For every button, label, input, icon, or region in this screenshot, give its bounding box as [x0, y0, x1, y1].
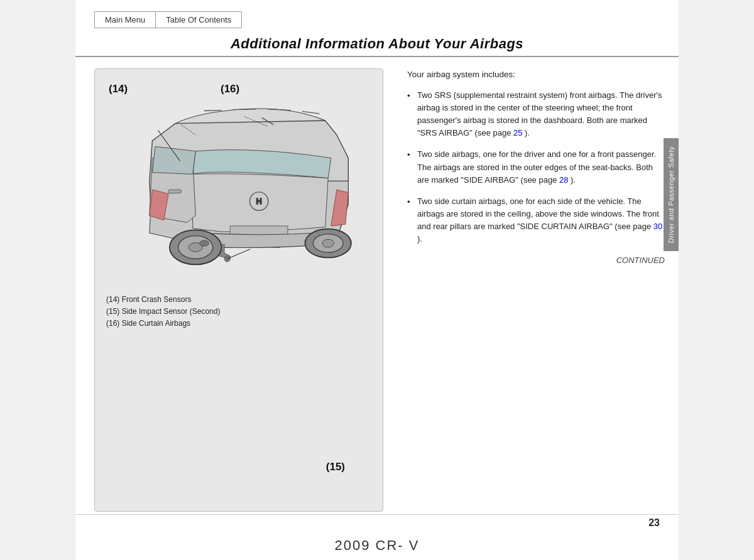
- link-page-25[interactable]: 25: [513, 128, 522, 137]
- bullet-dot-2: •: [407, 149, 415, 162]
- toc-button[interactable]: Table Of Contents: [155, 11, 242, 28]
- page-number-row: 23: [75, 514, 679, 532]
- caption-15: (15) Side Impact Sensor (Second): [106, 306, 371, 318]
- svg-line-1: [233, 109, 256, 110]
- svg-line-0: [204, 110, 222, 111]
- diagram-box: (14) (16): [94, 68, 383, 512]
- airbag-intro: Your airbag system includes:: [407, 68, 666, 82]
- svg-point-7: [224, 256, 230, 262]
- car-diagram: H: [106, 80, 371, 288]
- page-container: Main Menu Table Of Contents Additional I…: [75, 0, 679, 560]
- page-number: 23: [648, 517, 660, 528]
- bullet-text-2: Two side airbags, one for the driver and…: [417, 148, 666, 186]
- label-15: (15): [326, 461, 345, 473]
- svg-rect-14: [168, 190, 181, 193]
- svg-line-20: [227, 249, 251, 259]
- side-tab-text: Driver and Passenger Safety: [667, 146, 675, 243]
- page-title-row: Additional Information About Your Airbag…: [75, 33, 679, 57]
- svg-text:H: H: [256, 197, 261, 206]
- caption-16: (16) Side Curtain Airbags: [106, 318, 371, 330]
- top-nav: Main Menu Table Of Contents: [75, 0, 679, 33]
- main-menu-button[interactable]: Main Menu: [94, 11, 155, 28]
- label-16: (16): [221, 83, 239, 95]
- continued-label: CONTINUED: [407, 254, 666, 267]
- link-page-30[interactable]: 30: [653, 222, 662, 231]
- footer-row: 2009 CR- V: [75, 532, 679, 560]
- bullet-text-1: Two SRS (supplemental restraint system) …: [417, 89, 666, 140]
- link-page-28[interactable]: 28: [559, 175, 568, 185]
- main-content: (14) (16): [75, 57, 679, 512]
- side-tab: Driver and Passenger Safety: [664, 138, 679, 251]
- bullet-dot-1: •: [407, 90, 415, 103]
- caption-14: (14) Front Crash Sensors: [106, 294, 371, 306]
- label-14: (14): [109, 83, 128, 95]
- bullet-item-1: • Two SRS (supplemental restraint system…: [407, 89, 666, 140]
- model-label: 2009 CR- V: [335, 537, 420, 553]
- diagram-captions: (14) Front Crash Sensors (15) Side Impac…: [106, 294, 371, 330]
- bullet-item-2: • Two side airbags, one for the driver a…: [407, 148, 666, 186]
- svg-point-15: [200, 240, 209, 246]
- svg-point-13: [322, 239, 334, 247]
- svg-line-3: [302, 111, 320, 114]
- bullet-dot-3: •: [407, 196, 415, 209]
- bullet-text-3: Two side curtain airbags, one for each s…: [417, 195, 666, 246]
- text-content-area: Your airbag system includes: • Two SRS (…: [396, 68, 679, 512]
- diagram-area: (14) (16): [75, 68, 396, 512]
- page-title: Additional Information About Your Airbag…: [231, 36, 523, 51]
- bullet-item-3: • Two side curtain airbags, one for each…: [407, 195, 666, 246]
